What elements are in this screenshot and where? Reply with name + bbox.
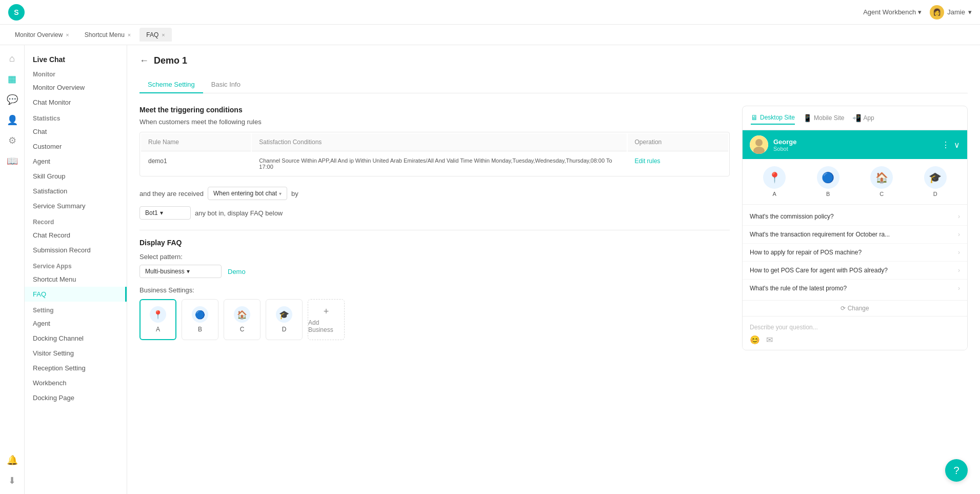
edit-rules-link[interactable]: Edit rules — [635, 157, 661, 165]
emoji-icon[interactable]: 😊 — [750, 335, 760, 345]
chat-close-icon[interactable]: ∨ — [954, 140, 960, 150]
nav-icon-home[interactable]: ⌂ — [3, 49, 22, 68]
chat-icons-row: 📍 A 🔵 B 🏠 C — [743, 159, 967, 205]
sidebar-item-agent-setting[interactable]: Agent — [25, 316, 127, 331]
faq-item-3[interactable]: How to apply for repair of POS machine? … — [743, 244, 967, 262]
left-nav: Live Chat Monitor Monitor Overview Chat … — [25, 45, 127, 494]
sidebar-item-visitor-setting[interactable]: Visitor Setting — [25, 346, 127, 361]
attachment-icon[interactable]: ✉ — [766, 335, 773, 345]
faq-item-1[interactable]: What's the commission policy? › — [743, 208, 967, 226]
preview-tab-mobile[interactable]: 📱 Mobile Site — [803, 112, 844, 124]
user-menu[interactable]: 👩 Jamie ▾ — [930, 5, 972, 19]
col-operation: Operation — [628, 133, 728, 151]
faq-item-5[interactable]: What's the rule of the latest promo? › — [743, 280, 967, 297]
nav-icon-download[interactable]: ⬇ — [3, 471, 22, 490]
biz-card-A[interactable]: 📍 A — [139, 299, 176, 340]
preview-container: 🖥 Desktop Site 📱 Mobile Site 📲 App — [742, 106, 968, 350]
preview-tab-desktop[interactable]: 🖥 Desktop Site — [751, 111, 795, 125]
faq-item-2[interactable]: What's the transaction requirement for O… — [743, 226, 967, 244]
sidebar-item-chat-record[interactable]: Chat Record — [25, 228, 127, 243]
nav-icon-user[interactable]: 👤 — [3, 111, 22, 129]
rules-table: Rule Name Satisfaction Conditions Operat… — [139, 132, 730, 176]
chat-icon-C[interactable]: 🏠 C — [864, 166, 899, 197]
nav-group-statistics: Statistics — [25, 110, 127, 124]
tab-shortcut-menu[interactable]: Shortcut Menu × — [78, 28, 137, 42]
received-dropdown-caret: ▾ — [279, 191, 282, 196]
sidebar-item-faq[interactable]: FAQ — [25, 287, 127, 302]
tab-close-monitor-overview[interactable]: × — [66, 32, 69, 38]
chat-icon-A[interactable]: 📍 A — [756, 166, 792, 197]
bot-dropdown[interactable]: Bot1 ▾ — [139, 206, 191, 220]
col-rule-name: Rule Name — [141, 133, 251, 151]
chat-icon-circle-D: 🎓 — [924, 166, 947, 189]
chat-icon-D[interactable]: 🎓 D — [917, 166, 953, 197]
chat-icon-circle-B: 🔵 — [817, 166, 839, 189]
nav-group-record: Record — [25, 213, 127, 228]
sidebar-item-reception-setting[interactable]: Reception Setting — [25, 361, 127, 376]
tab-close-shortcut-menu[interactable]: × — [128, 32, 131, 38]
received-dropdown[interactable]: When entering bot chat ▾ — [208, 187, 287, 200]
nav-icon-grid[interactable]: ▦ — [3, 70, 22, 88]
sidebar-item-skill-group[interactable]: Skill Group — [25, 169, 127, 184]
add-business-card[interactable]: + Add Business — [308, 299, 345, 340]
mobile-icon: 📱 — [803, 114, 812, 122]
tabbar: Monitor Overview × Shortcut Menu × FAQ × — [0, 25, 980, 45]
agent-workbench-menu[interactable]: Agent Workbench ▾ — [863, 8, 922, 16]
sidebar-item-monitor-overview[interactable]: Monitor Overview — [25, 80, 127, 95]
demo-link[interactable]: Demo — [228, 268, 246, 275]
chat-header-info: George Sobot — [773, 138, 936, 152]
add-biz-icon: + — [324, 306, 329, 317]
nav-title: Live Chat — [25, 51, 127, 66]
chat-input-placeholder[interactable]: Describe your question... — [750, 322, 960, 335]
sidebar-item-satisfaction[interactable]: Satisfaction — [25, 184, 127, 199]
nav-icon-settings[interactable]: ⚙ — [3, 131, 22, 150]
tab-basic-info[interactable]: Basic Info — [203, 76, 249, 93]
nav-icon-bell[interactable]: 🔔 — [3, 451, 22, 469]
content-area: ← Demo 1 Scheme Setting Basic Info Meet … — [127, 45, 980, 494]
faq-chevron-2: › — [958, 231, 960, 238]
preview-tab-app[interactable]: 📲 App — [852, 112, 874, 124]
tab-close-faq[interactable]: × — [162, 32, 165, 38]
sidebar-item-submission-record[interactable]: Submission Record — [25, 243, 127, 258]
biz-card-D[interactable]: 🎓 D — [266, 299, 303, 340]
received-row: and they are received When entering bot … — [139, 187, 730, 200]
nav-group-setting: Setting — [25, 302, 127, 316]
app-logo: S — [8, 4, 25, 21]
icon-sidebar: ⌂ ▦ 💬 👤 ⚙ 📖 🔔 ⬇ — [0, 45, 25, 494]
sidebar-item-customer[interactable]: Customer — [25, 139, 127, 154]
chat-header: George Sobot ⋮ ∨ — [743, 130, 967, 159]
nav-icon-book[interactable]: 📖 — [3, 152, 22, 170]
trigger-sub: When customers meet the following rules — [139, 118, 730, 126]
tab-monitor-overview[interactable]: Monitor Overview × — [8, 28, 76, 42]
sidebar-item-docking-page[interactable]: Docking Page — [25, 390, 127, 405]
biz-card-B[interactable]: 🔵 B — [182, 299, 218, 340]
back-button[interactable]: ← — [139, 55, 149, 66]
sidebar-item-agent[interactable]: Agent — [25, 154, 127, 169]
chat-menu-icon[interactable]: ⋮ — [942, 140, 950, 150]
faq-change[interactable]: ⟳ Change — [743, 300, 967, 316]
select-pattern-label: Select pattern: — [139, 253, 730, 261]
pattern-dropdown[interactable]: Multi-business ▾ — [139, 265, 222, 278]
sidebar-item-workbench[interactable]: Workbench — [25, 376, 127, 390]
pattern-row: Multi-business ▾ Demo — [139, 265, 730, 278]
sidebar-item-shortcut-menu[interactable]: Shortcut Menu — [25, 272, 127, 287]
sidebar-item-chat-monitor[interactable]: Chat Monitor — [25, 95, 127, 110]
faq-item-4[interactable]: How to get POS Care for agent with POS a… — [743, 262, 967, 280]
divider — [139, 230, 730, 230]
faq-chevron-5: › — [958, 285, 960, 292]
sidebar-item-service-summary[interactable]: Service Summary — [25, 199, 127, 213]
faq-chevron-1: › — [958, 213, 960, 220]
nav-icon-chat[interactable]: 💬 — [3, 90, 22, 109]
tab-scheme-setting[interactable]: Scheme Setting — [139, 76, 203, 93]
table-row: demo1 Channel Source Within APP,All And … — [141, 152, 728, 175]
biz-card-label-D: D — [282, 326, 287, 333]
sidebar-item-docking-channel[interactable]: Docking Channel — [25, 331, 127, 346]
biz-card-C[interactable]: 🏠 C — [224, 299, 261, 340]
chat-header-actions: ⋮ ∨ — [942, 140, 960, 150]
topbar: S Agent Workbench ▾ 👩 Jamie ▾ — [0, 0, 980, 25]
help-button[interactable]: ? — [945, 459, 968, 482]
chat-icon-B[interactable]: 🔵 B — [810, 166, 846, 197]
sidebar-item-chat[interactable]: Chat — [25, 124, 127, 139]
biz-card-label-C: C — [240, 326, 245, 333]
tab-faq[interactable]: FAQ × — [139, 28, 171, 42]
